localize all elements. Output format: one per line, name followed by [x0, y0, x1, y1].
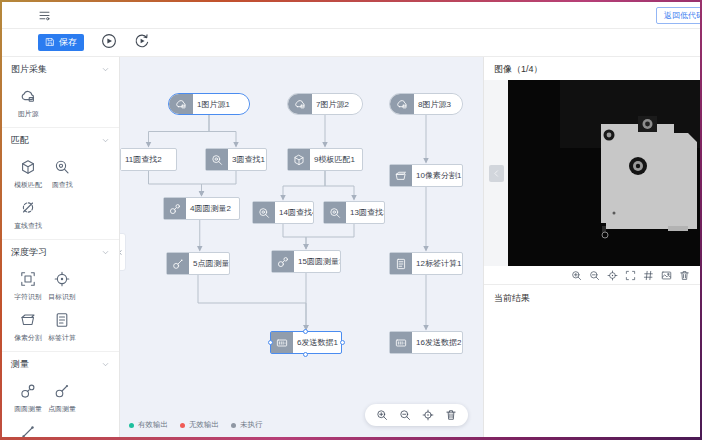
tool-item-像素分割[interactable]: 像素分割 — [11, 312, 45, 343]
flow-node-3圆查找1[interactable]: 3圆查找1 — [205, 148, 267, 171]
flow-node-8图片源3[interactable]: 8图片源3 — [389, 93, 463, 115]
image-icon — [661, 270, 672, 281]
menu-icon — [38, 9, 51, 22]
status-legend: 有效输出无效输出未执行 — [129, 420, 263, 430]
node-label: 5点圆测量1 — [189, 253, 229, 274]
save-label: 保存 — [59, 36, 77, 49]
zoom-out-icon — [399, 409, 411, 421]
viewer-fullscreen-icon[interactable] — [625, 270, 636, 281]
handle-left[interactable] — [268, 340, 273, 345]
tool-item-字符识别[interactable]: 字符识别 — [11, 271, 45, 302]
viewer-zoom-out-icon[interactable] — [589, 270, 600, 281]
cloud-icon — [175, 98, 187, 110]
flow-canvas[interactable]: 有效输出无效输出未执行 1图片源17图片源28图片源311圆查找23圆查找19模… — [120, 57, 483, 437]
flow-node-16发送数据2[interactable]: 16发送数据2 — [389, 331, 463, 354]
tool-item-目标识别[interactable]: 目标识别 — [45, 271, 79, 302]
flow-node-9模板匹配1[interactable]: 9模板匹配1 — [287, 148, 363, 171]
save-button[interactable]: 保存 — [38, 34, 84, 51]
save-icon — [45, 37, 55, 47]
node-label: 16发送数据2 — [412, 332, 462, 353]
tool-item-label: 模板匹配 — [14, 180, 42, 189]
viewer-locate-icon[interactable] — [607, 270, 618, 281]
play-icon — [101, 33, 117, 49]
menu-button[interactable] — [38, 9, 51, 25]
section-collapse-chevron[interactable] — [101, 65, 110, 74]
pixel-segment-icon — [20, 312, 36, 328]
legend-无效输出: 无效输出 — [180, 420, 219, 430]
toolbar: 保存 — [2, 29, 700, 57]
viewer-toolbar — [484, 266, 700, 285]
tool-item-label: 圆查找 — [52, 180, 73, 189]
flow-node-7图片源2[interactable]: 7图片源2 — [287, 93, 363, 115]
chevron-down-icon — [101, 65, 110, 74]
flow-node-6发送数据1[interactable]: 6发送数据1 — [270, 331, 342, 354]
flow-node-15圆圆测量3[interactable]: 15圆圆测量3 — [271, 250, 341, 273]
node-label: 10像素分割1 — [412, 165, 462, 186]
viewer-grid-icon[interactable] — [643, 270, 654, 281]
back-to-lowcode-button[interactable]: 返回低代码 — [656, 7, 700, 24]
flow-node-14圆查找4[interactable]: 14圆查找4 — [252, 201, 314, 224]
legend-未执行: 未执行 — [231, 420, 263, 430]
flow-node-1图片源1[interactable]: 1图片源1 — [168, 93, 250, 115]
flow-node-4圆圆测量2[interactable]: 4圆圆测量2 — [163, 197, 240, 220]
tool-item-label: 圆圆测量 — [14, 404, 42, 413]
flow-node-10像素分割1[interactable]: 10像素分割1 — [389, 164, 463, 187]
section-collapse-chevron[interactable] — [101, 136, 110, 145]
cube-icon — [20, 159, 36, 175]
node-label: 6发送数据1 — [293, 332, 341, 353]
tool-item-标签计算[interactable]: 标签计算 — [45, 312, 79, 343]
object-detect-icon — [54, 271, 70, 287]
current-result-title: 当前结果 — [484, 285, 700, 312]
tool-item-label: 像素分割 — [14, 333, 42, 342]
circle-circle-measure-icon — [277, 256, 289, 268]
tool-item-直线查找[interactable]: 直线查找 — [11, 200, 45, 231]
sidebar-section: 测量 圆圆测量点圆测量点点测量 — [2, 352, 119, 437]
section-collapse-chevron[interactable] — [101, 248, 110, 257]
handle-top[interactable] — [303, 329, 308, 334]
canvas-locate-icon[interactable] — [422, 409, 434, 421]
tool-item-圆查找[interactable]: 圆查找 — [45, 159, 79, 190]
prev-image-button[interactable] — [489, 165, 504, 182]
zoom-out-icon — [589, 270, 600, 281]
flow-node-12标签计算1[interactable]: 12标签计算1 — [389, 252, 463, 275]
grid-icon — [643, 270, 654, 281]
send-data-icon — [276, 337, 288, 349]
circle-find-icon — [329, 207, 341, 219]
tool-item-模板匹配[interactable]: 模板匹配 — [11, 159, 45, 190]
tool-item-圆圆测量[interactable]: 圆圆测量 — [11, 383, 45, 414]
menu-icon — [38, 9, 51, 25]
run-once-button[interactable] — [101, 33, 117, 52]
legend-dot — [129, 423, 134, 428]
legend-dot — [180, 423, 185, 428]
chevron-left-icon — [492, 169, 501, 178]
fullscreen-icon — [625, 270, 636, 281]
canvas-zoom-out-icon[interactable] — [399, 409, 411, 421]
tool-item-图片源[interactable]: 图片源 — [11, 88, 45, 119]
run-loop-button[interactable] — [134, 33, 150, 52]
inspection-image[interactable] — [508, 80, 700, 266]
viewer-zoom-in-icon[interactable] — [571, 270, 582, 281]
tool-item-点圆测量[interactable]: 点圆测量 — [45, 383, 79, 414]
chevron-down-icon — [101, 248, 110, 257]
flow-node-13圆查找3[interactable]: 13圆查找3 — [323, 201, 385, 224]
zoom-in-icon — [376, 409, 388, 421]
node-label: 14圆查找4 — [275, 202, 313, 223]
tool-item-点点测量[interactable]: 点点测量 — [11, 424, 45, 437]
canvas-trash-icon[interactable] — [445, 409, 457, 421]
section-collapse-chevron[interactable] — [101, 360, 110, 369]
node-label: 13圆查找3 — [346, 202, 384, 223]
flow-node-5点圆测量1[interactable]: 5点圆测量1 — [166, 252, 230, 275]
chevron-left-icon — [492, 166, 501, 181]
viewer-trash-icon[interactable] — [679, 270, 690, 281]
node-label: 3圆查找1 — [228, 149, 266, 170]
handle-bottom[interactable] — [303, 352, 308, 357]
handle-right[interactable] — [340, 340, 345, 345]
point-point-measure-icon — [20, 424, 36, 437]
sidebar-section: 匹配 模板匹配圆查找直线查找 — [2, 128, 119, 240]
viewer-image-icon[interactable] — [661, 270, 672, 281]
flow-node-11圆查找2[interactable]: 11圆查找2 — [120, 148, 177, 171]
cloud-icon — [294, 98, 306, 110]
node-label: 11圆查找2 — [121, 149, 176, 170]
sidebar-collapse-handle[interactable] — [120, 233, 126, 271]
canvas-zoom-in-icon[interactable] — [376, 409, 388, 421]
